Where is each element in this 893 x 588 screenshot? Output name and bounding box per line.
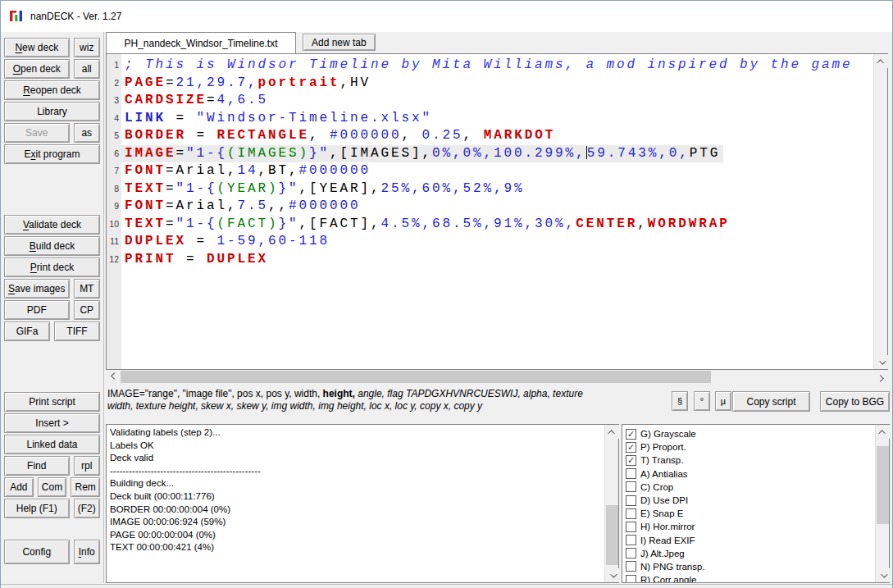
copy-to-bgg-button[interactable]: Copy to BGG	[820, 391, 890, 412]
print-script-button[interactable]: Print script	[4, 392, 100, 412]
scroll-up-icon[interactable]	[605, 425, 619, 439]
new-deck-button[interactable]: New deck	[4, 38, 70, 57]
line-content: DUPLEX = 1-59,60-118	[121, 233, 333, 251]
checkbox-unchecked[interactable]	[626, 548, 636, 558]
flag-item[interactable]: C) Crop	[624, 481, 873, 494]
reopen-deck-button[interactable]: Reopen deck	[4, 80, 100, 100]
flag-item[interactable]: E) Snap E	[624, 507, 873, 520]
insert-micro-symbol-button[interactable]: µ	[715, 391, 731, 411]
insert-button[interactable]: Insert >	[4, 413, 100, 433]
scroll-right-icon[interactable]	[874, 370, 888, 384]
editor-horizontal-scrollbar[interactable]	[106, 370, 888, 384]
add-button[interactable]: Add	[4, 477, 34, 497]
checkbox-unchecked[interactable]	[626, 561, 636, 572]
rpl-button[interactable]: rpl	[74, 456, 100, 476]
line-content: ; This is Windsor Timeline by Mita Willi…	[121, 57, 856, 75]
code-line[interactable]: 11DUPLEX = 1-59,60-118	[107, 233, 873, 251]
checkbox-unchecked[interactable]	[626, 481, 636, 492]
scroll-down-icon[interactable]	[605, 568, 619, 582]
code-line[interactable]: 1; This is Windsor Timeline by Mita Will…	[107, 57, 873, 75]
log-vertical-scrollbar[interactable]	[604, 425, 618, 582]
flag-item[interactable]: ✓P) Proport.	[624, 440, 873, 454]
tiff-button[interactable]: TIFF	[54, 321, 100, 341]
flag-item[interactable]: D) Use DPI	[624, 494, 873, 507]
print-deck-button[interactable]: Print deck	[4, 258, 100, 277]
scroll-up-icon[interactable]	[874, 54, 888, 68]
tab-active-script[interactable]: PH_nandeck_Windsor_Timeline.txt	[106, 32, 296, 53]
save-images-button[interactable]: Save images	[4, 279, 70, 299]
open-deck-button[interactable]: Open deck	[4, 59, 70, 79]
scroll-up-icon[interactable]	[876, 425, 890, 439]
mt-button[interactable]: MT	[74, 279, 100, 299]
build-deck-button[interactable]: Build deck	[4, 236, 100, 256]
checkbox-unchecked[interactable]	[626, 468, 636, 479]
active-line-content: IMAGE="1-{(IMAGES)}",[IMAGES],0%,0%,100.…	[121, 145, 723, 163]
insert-degree-symbol-button[interactable]: °	[694, 391, 710, 411]
log-scroll-thumb[interactable]	[606, 505, 618, 565]
exit-program-button[interactable]: Exit program	[4, 144, 100, 164]
code-line[interactable]: 10TEXT="1-{(FACT)}",[FACT],4.5%,68.5%,91…	[107, 216, 873, 234]
code-line[interactable]: 3CARDSIZE=4,6.5	[107, 92, 873, 110]
com-button[interactable]: Com	[38, 477, 67, 497]
gifa-button[interactable]: GIFa	[4, 321, 50, 341]
flag-item[interactable]: ✓G) Grayscale	[624, 427, 873, 440]
all-button[interactable]: all	[74, 59, 100, 79]
checkbox-checked[interactable]: ✓	[626, 429, 636, 440]
line-content: FONT=Arial,14,BT,#000000	[121, 162, 374, 180]
help-f1-button[interactable]: Help (F1)	[4, 499, 70, 518]
library-button[interactable]: Library	[4, 102, 100, 121]
scroll-down-icon[interactable]	[876, 568, 890, 582]
horizontal-scroll-thumb[interactable]	[121, 371, 711, 383]
log-line: BORDER 00:00:00:004 (0%)	[110, 504, 603, 517]
flag-item[interactable]: H) Hor.mirror	[624, 520, 873, 533]
insert-section-symbol-button[interactable]: §	[672, 391, 688, 411]
flag-item[interactable]: R) Corr.angle	[624, 573, 873, 582]
pdf-button[interactable]: PDF	[4, 300, 70, 320]
flags-scroll-thumb[interactable]	[877, 446, 889, 524]
scroll-down-icon[interactable]	[874, 355, 888, 369]
validation-log-panel[interactable]: Validating labels (step 2)...Labels OKDe…	[106, 424, 619, 583]
find-button[interactable]: Find	[4, 456, 70, 476]
flag-item[interactable]: ✓T) Transp.	[624, 454, 873, 467]
info-button[interactable]: Info	[74, 540, 100, 564]
flags-vertical-scrollbar[interactable]	[875, 425, 889, 582]
checkbox-checked[interactable]: ✓	[626, 442, 636, 453]
editor-vertical-scrollbar[interactable]	[873, 54, 887, 369]
code-line[interactable]: 9FONT=Arial,7.5,,#000000	[107, 198, 873, 216]
script-editor[interactable]: 1; This is Windsor Timeline by Mita Will…	[106, 53, 888, 370]
scroll-left-icon[interactable]	[106, 370, 120, 384]
f2-button[interactable]: (F2)	[74, 499, 100, 518]
flag-label: T) Transp.	[640, 455, 683, 465]
copy-script-button[interactable]: Copy script	[732, 391, 810, 412]
log-lines: Validating labels (step 2)...Labels OKDe…	[110, 426, 603, 581]
save-button[interactable]: Save	[4, 123, 70, 143]
flag-item[interactable]: N) PNG transp.	[624, 560, 873, 573]
validate-deck-button[interactable]: Validate deck	[4, 215, 100, 235]
add-new-tab-button[interactable]: Add new tab	[303, 34, 376, 51]
cp-button[interactable]: CP	[74, 300, 100, 320]
checkbox-unchecked[interactable]	[626, 575, 636, 582]
linked-data-button[interactable]: Linked data	[4, 435, 100, 454]
code-line[interactable]: 2PAGE=21,29.7,portrait,HV	[107, 75, 873, 93]
line-number: 5	[107, 127, 121, 145]
flag-item[interactable]: A) Antialias	[624, 467, 873, 481]
code-line[interactable]: 8TEXT="1-{(YEAR)}",[YEAR],25%,60%,52%,9%	[107, 180, 873, 198]
code-line[interactable]: 4LINK = "Windsor-Timeline.xlsx"	[107, 110, 873, 128]
code-line[interactable]: 5BORDER = RECTANGLE, #000000, 0.25, MARK…	[107, 127, 873, 145]
code-area[interactable]: 1; This is Windsor Timeline by Mita Will…	[107, 57, 873, 369]
code-line[interactable]: 6IMAGE="1-{(IMAGES)}",[IMAGES],0%,0%,100…	[107, 145, 873, 163]
code-line[interactable]: 12PRINT = DUPLEX	[107, 251, 873, 269]
checkbox-unchecked[interactable]	[626, 495, 636, 506]
checkbox-unchecked[interactable]	[626, 522, 636, 532]
wiz-button[interactable]: wiz	[74, 38, 100, 57]
rem-button[interactable]: Rem	[71, 477, 100, 497]
config-button[interactable]: Config	[4, 540, 70, 564]
save-as-button[interactable]: as	[74, 123, 100, 143]
flag-item[interactable]: I) Read EXIF	[624, 534, 873, 547]
flag-item[interactable]: J) Alt.Jpeg	[624, 547, 873, 560]
sidebar-button-row: New deckwiz	[1, 38, 103, 57]
checkbox-unchecked[interactable]	[626, 535, 636, 545]
checkbox-checked[interactable]: ✓	[626, 455, 636, 466]
code-line[interactable]: 7FONT=Arial,14,BT,#000000	[107, 162, 873, 180]
checkbox-unchecked[interactable]	[626, 508, 636, 519]
